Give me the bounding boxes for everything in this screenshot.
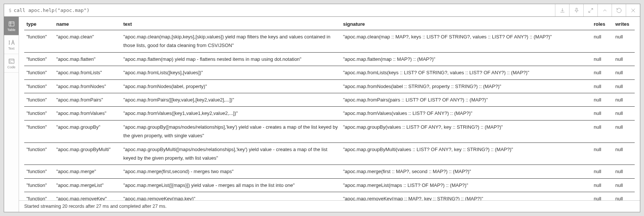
cell-type: "function" [24, 165, 54, 178]
cell-roles: null [591, 93, 613, 106]
cell-type: "function" [24, 178, 54, 192]
table-row: "function""apoc.map.mergeList""apoc.map.… [24, 178, 635, 192]
col-header-type: type [24, 18, 54, 30]
cell-text: "apoc.map.removeKey(map,key)" [121, 192, 341, 200]
cell-type: "function" [24, 192, 54, 200]
cell-writes: null [613, 93, 635, 106]
cell-text: "apoc.map.fromLists([keys],[values])" [121, 66, 341, 79]
view-tab-code[interactable]: Code [4, 54, 19, 73]
col-header-text: text [121, 18, 341, 30]
cell-text: "apoc.map.merge(first,second) - merges t… [121, 165, 341, 178]
cell-name: "apoc.map.fromValues" [54, 107, 121, 120]
view-tab-label: Code [7, 65, 16, 69]
col-header-name: name [54, 18, 121, 30]
cell-writes: null [613, 178, 635, 192]
cell-roles: null [591, 79, 613, 93]
cell-signature: "apoc.map.groupByMulti(values :: LIST? O… [341, 143, 591, 165]
table-row: "function""apoc.map.fromValues""apoc.map… [24, 107, 635, 120]
status-text: Started streaming 20 records after 27 ms… [24, 204, 166, 209]
cell-roles: null [591, 66, 613, 79]
cell-signature: "apoc.map.fromLists(keys :: LIST? OF STR… [341, 66, 591, 79]
main-panel: type name text signature roles writes "f… [19, 17, 640, 212]
table-row: "function""apoc.map.fromLists""apoc.map.… [24, 66, 635, 79]
cell-text: "apoc.map.groupBy([maps/nodes/relationsh… [121, 120, 341, 143]
cell-type: "function" [24, 107, 54, 120]
body: Table Text Code type name text [4, 17, 640, 212]
view-tab-table[interactable]: Table [4, 17, 19, 35]
cell-signature: "apoc.map.fromNodes(label :: STRING?, pr… [341, 79, 591, 93]
cell-text: "apoc.map.clean(map,[skip,keys],[skip,va… [121, 30, 341, 53]
cell-writes: null [613, 107, 635, 120]
close-button[interactable] [626, 4, 640, 16]
cell-name: "apoc.map.groupBy" [54, 120, 121, 143]
cell-writes: null [613, 52, 635, 66]
cell-writes: null [613, 30, 635, 53]
cell-roles: null [591, 107, 613, 120]
view-tab-label: Text [8, 47, 15, 50]
view-tab-label: Table [7, 28, 16, 32]
cell-name: "apoc.map.fromLists" [54, 66, 121, 79]
text-icon [8, 39, 15, 46]
cell-type: "function" [24, 93, 54, 106]
expand-icon [588, 7, 594, 13]
cell-signature: "apoc.map.fromValues(values :: LIST? OF … [341, 107, 591, 120]
cell-name: "apoc.map.removeKey" [54, 192, 121, 200]
query-text: call apoc.help("apoc.map") [14, 7, 90, 13]
download-button[interactable] [555, 4, 569, 16]
table-row: "function""apoc.map.clean""apoc.map.clea… [24, 30, 635, 53]
query-display[interactable]: $ call apoc.help("apoc.map") [4, 4, 555, 16]
table-row: "function""apoc.map.groupBy""apoc.map.gr… [24, 120, 635, 143]
table-row: "function""apoc.map.fromPairs""apoc.map.… [24, 93, 635, 106]
result-frame: $ call apoc.help("apoc.map") [4, 4, 640, 212]
rerun-button[interactable] [612, 4, 626, 16]
cell-writes: null [613, 143, 635, 165]
cell-text: "apoc.map.groupByMulti([maps/nodes/relat… [121, 143, 341, 165]
cell-text: "apoc.map.fromNodes(label, property)" [121, 79, 341, 93]
expand-button[interactable] [583, 4, 597, 16]
table-row: "function""apoc.map.removeKey""apoc.map.… [24, 192, 635, 200]
status-footer: Started streaming 20 records after 27 ms… [19, 200, 640, 212]
cell-name: "apoc.map.fromNodes" [54, 79, 121, 93]
cell-text: "apoc.map.fromValues([key1,value1,key2,v… [121, 107, 341, 120]
cell-signature: "apoc.map.clean(map :: MAP?, keys :: LIS… [341, 30, 591, 53]
cell-roles: null [591, 192, 613, 200]
view-tab-text[interactable]: Text [4, 35, 19, 54]
cell-roles: null [591, 143, 613, 165]
toolbar [555, 4, 640, 16]
pin-button[interactable] [569, 4, 583, 16]
cell-roles: null [591, 178, 613, 192]
cell-signature: "apoc.map.merge(first :: MAP?, second ::… [341, 165, 591, 178]
col-header-writes: writes [613, 18, 635, 30]
cell-text: "apoc.map.flatten(map) yield map - flatt… [121, 52, 341, 66]
table-row: "function""apoc.map.merge""apoc.map.merg… [24, 165, 635, 178]
cell-roles: null [591, 120, 613, 143]
cell-roles: null [591, 165, 613, 178]
cell-writes: null [613, 79, 635, 93]
topbar: $ call apoc.help("apoc.map") [4, 4, 640, 17]
table-row: "function""apoc.map.groupByMulti""apoc.m… [24, 143, 635, 165]
col-header-roles: roles [591, 18, 613, 30]
query-prompt: $ [9, 7, 12, 13]
collapse-up-button[interactable] [597, 4, 612, 16]
table-row: "function""apoc.map.flatten""apoc.map.fl… [24, 52, 635, 66]
cell-signature: "apoc.map.removeKey(map :: MAP?, key :: … [341, 192, 591, 200]
cell-writes: null [613, 66, 635, 79]
table-scroll[interactable]: type name text signature roles writes "f… [19, 17, 640, 200]
cell-name: "apoc.map.fromPairs" [54, 93, 121, 106]
cell-type: "function" [24, 30, 54, 53]
cell-signature: "apoc.map.mergeList(maps :: LIST? OF MAP… [341, 178, 591, 192]
cell-type: "function" [24, 143, 54, 165]
code-icon [8, 58, 15, 65]
cell-signature: "apoc.map.groupBy(values :: LIST? OF ANY… [341, 120, 591, 143]
cell-text: "apoc.map.mergeList([{maps}]) yield valu… [121, 178, 341, 192]
cell-type: "function" [24, 52, 54, 66]
refresh-icon [616, 7, 622, 13]
table-row: "function""apoc.map.fromNodes""apoc.map.… [24, 79, 635, 93]
table-icon [8, 21, 15, 27]
close-icon [630, 7, 636, 13]
cell-text: "apoc.map.fromPairs([[key,value],[key2,v… [121, 93, 341, 106]
cell-name: "apoc.map.merge" [54, 165, 121, 178]
cell-name: "apoc.map.mergeList" [54, 178, 121, 192]
chevron-up-icon [602, 7, 608, 13]
cell-writes: null [613, 120, 635, 143]
